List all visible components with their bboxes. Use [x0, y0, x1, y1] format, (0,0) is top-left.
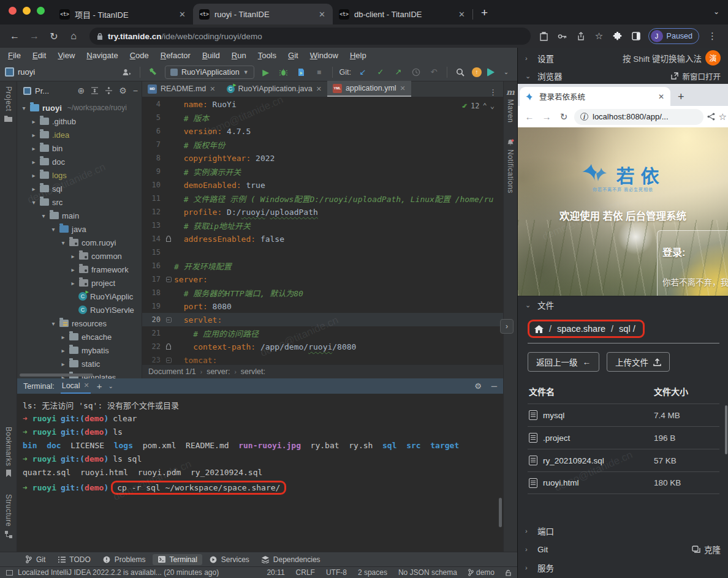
- window-controls[interactable]: [6, 0, 53, 24]
- gutter-fold-icon[interactable]: −: [163, 358, 174, 363]
- history-clock-icon[interactable]: [410, 66, 422, 78]
- hide-panel-icon[interactable]: −: [133, 86, 138, 96]
- embedded-star-icon[interactable]: ☆: [719, 111, 727, 122]
- browser-tab-db-client[interactable]: <t> db-client - TitanIDE ✕: [333, 4, 472, 24]
- breadcrumb-sql[interactable]: sql /: [619, 324, 635, 334]
- file-row[interactable]: ry_20210924.sql57 KB: [528, 449, 719, 471]
- git-update-icon[interactable]: ↙: [357, 66, 369, 78]
- toolbar-more-chevron-icon[interactable]: ⌄: [500, 66, 512, 78]
- search-everywhere-icon[interactable]: [454, 66, 466, 78]
- sidebar-panel-icon[interactable]: [630, 30, 642, 42]
- close-tab-icon[interactable]: ✕: [178, 10, 187, 19]
- breadcrumb-document[interactable]: Document 1/1: [148, 367, 196, 376]
- tree-row[interactable]: ▸bin: [17, 141, 142, 155]
- file-row[interactable]: ruoyi.html180 KB: [528, 471, 719, 494]
- tree-row[interactable]: ▸static: [17, 357, 142, 370]
- section-git[interactable]: ›Git 克隆: [518, 540, 728, 558]
- project-panel-title[interactable]: Pr...: [35, 86, 49, 96]
- section-settings[interactable]: ›设置 按 Shift 键切换输入法 演: [518, 48, 728, 68]
- tree-row[interactable]: ▾src: [17, 195, 142, 209]
- close-tab-icon[interactable]: ✕: [317, 10, 327, 19]
- terminal-dropdown-chevron-icon[interactable]: ⌄: [108, 383, 113, 389]
- tool-stripe-notifications[interactable]: Notifications: [506, 149, 515, 193]
- editor-tabs-kebab-icon[interactable]: ⋮: [483, 88, 503, 97]
- browser-menu-kebab-icon[interactable]: ⋮: [705, 31, 719, 42]
- breadcrumb-space-share[interactable]: space.share: [557, 324, 605, 334]
- menu-git[interactable]: Git: [288, 51, 298, 60]
- git-branch-widget[interactable]: demo: [468, 568, 495, 577]
- menu-edit[interactable]: Edit: [32, 51, 46, 60]
- breadcrumb-servlet[interactable]: servlet:: [241, 367, 265, 376]
- tree-row[interactable]: ▾main: [17, 209, 142, 222]
- file-encoding[interactable]: UTF-8: [326, 568, 347, 577]
- menu-help[interactable]: Help: [350, 51, 366, 60]
- status-message[interactable]: Localized IntelliJ IDEA 2022.2.2 is avai…: [18, 568, 219, 577]
- embedded-forward-button[interactable]: →: [540, 111, 553, 122]
- embedded-reload-button[interactable]: ↻: [557, 111, 571, 122]
- go-up-button[interactable]: 返回上一级←: [528, 352, 599, 372]
- extensions-puzzle-icon[interactable]: [612, 30, 624, 42]
- new-tab-button[interactable]: +: [472, 6, 496, 24]
- section-ports[interactable]: ›端口: [518, 522, 728, 540]
- tab-search-chevron-icon[interactable]: ⌄: [713, 7, 719, 16]
- home-icon[interactable]: [534, 325, 544, 333]
- build-hammer-icon[interactable]: [147, 66, 159, 78]
- tree-row[interactable]: ▸sql: [17, 182, 142, 195]
- caret-position[interactable]: 20:11: [267, 568, 284, 577]
- clipboard-icon[interactable]: [538, 30, 550, 42]
- password-key-icon[interactable]: [556, 30, 569, 42]
- locate-file-icon[interactable]: ⊕: [78, 86, 85, 96]
- close-embedded-tab-icon[interactable]: ✕: [658, 92, 664, 101]
- toolwindow-services[interactable]: Services: [205, 554, 254, 565]
- tool-stripe-project[interactable]: Project: [4, 86, 13, 111]
- address-bar[interactable]: try.titanide.cn/ide/web/coding/ruoyi/dem…: [89, 28, 531, 45]
- profile-chip[interactable]: J Paused: [648, 28, 699, 44]
- embedded-tab-login[interactable]: 登录若依系统 ✕: [520, 87, 670, 106]
- unlocked-icon[interactable]: [506, 569, 511, 576]
- panel-options-gear-icon[interactable]: ⚙: [119, 86, 127, 96]
- terminal-scrollbar[interactable]: [499, 498, 502, 527]
- tree-row[interactable]: ▸doc: [17, 155, 142, 168]
- tree-row[interactable]: ▾com.ruoyi: [17, 236, 142, 249]
- git-commit-check-icon[interactable]: ✓: [374, 66, 387, 78]
- run-configuration-select[interactable]: RuoYiApplication ▼: [165, 66, 254, 79]
- indent-setting[interactable]: 2 spaces: [358, 568, 387, 577]
- info-icon[interactable]: i: [580, 113, 588, 121]
- file-row[interactable]: mysql7.4 MB: [528, 403, 719, 426]
- tree-row[interactable]: ▾resources: [17, 317, 142, 330]
- tree-row[interactable]: CRuoYiServle: [17, 303, 142, 317]
- tree-row[interactable]: ▸logs: [17, 168, 142, 182]
- expand-all-icon[interactable]: [91, 87, 99, 94]
- close-terminal-tab-icon[interactable]: ✕: [84, 381, 89, 389]
- menu-build[interactable]: Build: [202, 51, 220, 60]
- collapse-all-icon[interactable]: [105, 87, 113, 94]
- tree-row[interactable]: CRuoYiApplic: [17, 290, 142, 303]
- editor-tab-applicationyml[interactable]: YML application.yml✕: [327, 81, 411, 97]
- new-terminal-icon[interactable]: +: [97, 381, 102, 391]
- home-button[interactable]: ⌂: [65, 28, 82, 45]
- tool-stripe-maven[interactable]: Maven: [506, 99, 515, 123]
- terminal-settings-gear-icon[interactable]: ⚙: [474, 381, 482, 391]
- tree-row[interactable]: ▸.idea: [17, 128, 142, 141]
- menu-window[interactable]: Window: [310, 51, 338, 60]
- reload-button[interactable]: ↻: [45, 28, 63, 45]
- breadcrumb-server[interactable]: server:: [207, 367, 230, 376]
- forward-button[interactable]: →: [26, 28, 43, 45]
- toolwindow-dependencies[interactable]: Dependencies: [257, 554, 325, 565]
- json-schema[interactable]: No JSON schema: [398, 568, 457, 577]
- toolwindow-todo[interactable]: TODO: [53, 554, 95, 565]
- terminal-tab-local[interactable]: Local✕: [61, 378, 91, 394]
- close-tab-icon[interactable]: ✕: [457, 10, 466, 19]
- line-separator[interactable]: CRLF: [296, 568, 315, 577]
- tree-row-root[interactable]: ▾ruoyi~/workspace/ruoyi: [17, 101, 142, 114]
- tool-stripe-structure[interactable]: Structure: [4, 494, 13, 527]
- horizontal-scrollbar[interactable]: [20, 373, 93, 377]
- bookmark-star-icon[interactable]: ☆: [593, 30, 605, 42]
- terminal-output[interactable]: ls: 无法访问 'sq': 没有那个文件或目录 ➜ruoyigit:(demo…: [17, 394, 503, 552]
- tree-row[interactable]: ▸mybatis: [17, 343, 142, 357]
- embedded-share-icon[interactable]: [707, 113, 715, 121]
- toolwindow-terminal[interactable]: Terminal: [153, 554, 202, 565]
- hide-terminal-icon[interactable]: ─: [491, 381, 497, 391]
- rollback-icon[interactable]: ↶: [428, 66, 440, 78]
- menu-refactor[interactable]: Refactor: [161, 51, 191, 60]
